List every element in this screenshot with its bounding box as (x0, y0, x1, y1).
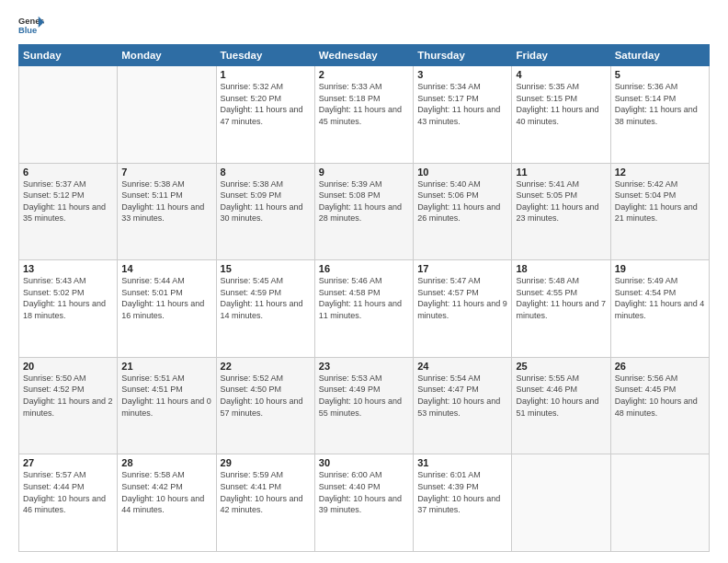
day-info: Sunrise: 5:35 AMSunset: 5:15 PMDaylight:… (516, 81, 606, 127)
day-info: Sunrise: 5:47 AMSunset: 4:57 PMDaylight:… (417, 275, 507, 321)
day-info: Sunrise: 5:32 AMSunset: 5:20 PMDaylight:… (221, 81, 311, 127)
day-cell: 20Sunrise: 5:50 AMSunset: 4:52 PMDayligh… (19, 357, 118, 454)
day-number: 23 (319, 361, 409, 372)
day-info: Sunrise: 5:59 AMSunset: 4:41 PMDaylight:… (221, 469, 311, 515)
day-number: 16 (319, 263, 409, 274)
day-number: 17 (417, 263, 507, 274)
day-cell: 13Sunrise: 5:43 AMSunset: 5:02 PMDayligh… (19, 260, 118, 358)
day-info: Sunrise: 5:54 AMSunset: 4:47 PMDaylight:… (417, 373, 507, 419)
week-row-4: 20Sunrise: 5:50 AMSunset: 4:52 PMDayligh… (19, 357, 710, 454)
day-cell: 24Sunrise: 5:54 AMSunset: 4:47 PMDayligh… (414, 357, 512, 454)
day-info: Sunrise: 5:50 AMSunset: 4:52 PMDaylight:… (23, 373, 113, 419)
day-info: Sunrise: 5:46 AMSunset: 4:58 PMDaylight:… (319, 275, 409, 321)
day-cell: 21Sunrise: 5:51 AMSunset: 4:51 PMDayligh… (118, 357, 216, 454)
day-cell: 29Sunrise: 5:59 AMSunset: 4:41 PMDayligh… (216, 454, 314, 552)
day-cell: 3Sunrise: 5:34 AMSunset: 5:17 PMDaylight… (414, 66, 512, 164)
day-info: Sunrise: 5:33 AMSunset: 5:18 PMDaylight:… (319, 81, 409, 127)
day-info: Sunrise: 5:45 AMSunset: 4:59 PMDaylight:… (221, 275, 311, 321)
calendar-page: General Blue SundayMondayTuesdayWednesda… (0, 0, 728, 563)
day-number: 26 (615, 361, 705, 372)
day-info: Sunrise: 5:55 AMSunset: 4:46 PMDaylight:… (516, 373, 606, 419)
header: General Blue (18, 15, 710, 35)
day-cell: 1Sunrise: 5:32 AMSunset: 5:20 PMDaylight… (216, 66, 314, 164)
day-info: Sunrise: 5:58 AMSunset: 4:42 PMDaylight:… (121, 469, 211, 515)
day-cell: 25Sunrise: 5:55 AMSunset: 4:46 PMDayligh… (512, 357, 610, 454)
day-cell: 23Sunrise: 5:53 AMSunset: 4:49 PMDayligh… (314, 357, 413, 454)
day-cell: 15Sunrise: 5:45 AMSunset: 4:59 PMDayligh… (216, 260, 314, 358)
day-cell: 18Sunrise: 5:48 AMSunset: 4:55 PMDayligh… (512, 260, 610, 358)
day-cell: 6Sunrise: 5:37 AMSunset: 5:12 PMDaylight… (19, 163, 118, 260)
day-info: Sunrise: 5:51 AMSunset: 4:51 PMDaylight:… (121, 373, 211, 419)
calendar-table: SundayMondayTuesdayWednesdayThursdayFrid… (18, 44, 710, 552)
day-info: Sunrise: 5:40 AMSunset: 5:06 PMDaylight:… (417, 178, 507, 224)
day-cell: 19Sunrise: 5:49 AMSunset: 4:54 PMDayligh… (610, 260, 709, 358)
day-number: 2 (319, 69, 409, 80)
day-cell: 9Sunrise: 5:39 AMSunset: 5:08 PMDaylight… (314, 163, 413, 260)
day-info: Sunrise: 5:43 AMSunset: 5:02 PMDaylight:… (23, 275, 113, 321)
day-number: 6 (23, 167, 113, 178)
week-row-1: 1Sunrise: 5:32 AMSunset: 5:20 PMDaylight… (19, 66, 710, 164)
day-number: 3 (417, 69, 507, 80)
day-number: 28 (121, 457, 211, 468)
day-info: Sunrise: 5:36 AMSunset: 5:14 PMDaylight:… (615, 81, 705, 127)
day-info: Sunrise: 5:38 AMSunset: 5:09 PMDaylight:… (221, 178, 311, 224)
day-info: Sunrise: 5:48 AMSunset: 4:55 PMDaylight:… (516, 275, 606, 321)
day-info: Sunrise: 6:01 AMSunset: 4:39 PMDaylight:… (417, 469, 507, 515)
col-header-friday: Friday (512, 45, 610, 66)
day-info: Sunrise: 5:49 AMSunset: 4:54 PMDaylight:… (615, 275, 705, 321)
week-row-2: 6Sunrise: 5:37 AMSunset: 5:12 PMDaylight… (19, 163, 710, 260)
day-info: Sunrise: 5:38 AMSunset: 5:11 PMDaylight:… (121, 178, 211, 224)
day-cell: 26Sunrise: 5:56 AMSunset: 4:45 PMDayligh… (610, 357, 709, 454)
day-cell: 14Sunrise: 5:44 AMSunset: 5:01 PMDayligh… (118, 260, 216, 358)
day-info: Sunrise: 5:57 AMSunset: 4:44 PMDaylight:… (23, 469, 113, 515)
day-cell: 31Sunrise: 6:01 AMSunset: 4:39 PMDayligh… (414, 454, 512, 552)
col-header-monday: Monday (118, 45, 216, 66)
day-number: 7 (121, 167, 211, 178)
day-number: 27 (23, 457, 113, 468)
day-cell: 4Sunrise: 5:35 AMSunset: 5:15 PMDaylight… (512, 66, 610, 164)
day-info: Sunrise: 5:37 AMSunset: 5:12 PMDaylight:… (23, 178, 113, 224)
day-cell: 30Sunrise: 6:00 AMSunset: 4:40 PMDayligh… (314, 454, 413, 552)
day-cell: 5Sunrise: 5:36 AMSunset: 5:14 PMDaylight… (610, 66, 709, 164)
col-header-thursday: Thursday (414, 45, 512, 66)
day-cell (19, 66, 118, 164)
day-info: Sunrise: 5:41 AMSunset: 5:05 PMDaylight:… (516, 178, 606, 224)
day-info: Sunrise: 5:44 AMSunset: 5:01 PMDaylight:… (121, 275, 211, 321)
week-row-5: 27Sunrise: 5:57 AMSunset: 4:44 PMDayligh… (19, 454, 710, 552)
day-number: 9 (319, 167, 409, 178)
day-info: Sunrise: 5:34 AMSunset: 5:17 PMDaylight:… (417, 81, 507, 127)
day-number: 14 (121, 263, 211, 274)
week-row-3: 13Sunrise: 5:43 AMSunset: 5:02 PMDayligh… (19, 260, 710, 358)
day-number: 19 (615, 263, 705, 274)
col-header-sunday: Sunday (19, 45, 118, 66)
day-number: 4 (516, 69, 606, 80)
day-number: 13 (23, 263, 113, 274)
day-number: 25 (516, 361, 606, 372)
day-cell: 8Sunrise: 5:38 AMSunset: 5:09 PMDaylight… (216, 163, 314, 260)
day-cell: 10Sunrise: 5:40 AMSunset: 5:06 PMDayligh… (414, 163, 512, 260)
day-number: 5 (615, 69, 705, 80)
day-cell: 28Sunrise: 5:58 AMSunset: 4:42 PMDayligh… (118, 454, 216, 552)
day-cell: 16Sunrise: 5:46 AMSunset: 4:58 PMDayligh… (314, 260, 413, 358)
day-cell: 22Sunrise: 5:52 AMSunset: 4:50 PMDayligh… (216, 357, 314, 454)
svg-text:Blue: Blue (18, 26, 37, 35)
day-number: 1 (221, 69, 311, 80)
logo-icon: General Blue (18, 15, 44, 35)
day-number: 8 (221, 167, 311, 178)
day-info: Sunrise: 5:53 AMSunset: 4:49 PMDaylight:… (319, 373, 409, 419)
day-number: 18 (516, 263, 606, 274)
day-cell (512, 454, 610, 552)
day-info: Sunrise: 5:42 AMSunset: 5:04 PMDaylight:… (615, 178, 705, 224)
day-info: Sunrise: 5:39 AMSunset: 5:08 PMDaylight:… (319, 178, 409, 224)
day-number: 30 (319, 457, 409, 468)
day-number: 11 (516, 167, 606, 178)
day-cell: 11Sunrise: 5:41 AMSunset: 5:05 PMDayligh… (512, 163, 610, 260)
day-number: 15 (221, 263, 311, 274)
day-cell (610, 454, 709, 552)
day-number: 24 (417, 361, 507, 372)
logo: General Blue (18, 15, 44, 35)
col-header-wednesday: Wednesday (314, 45, 413, 66)
day-number: 29 (221, 457, 311, 468)
day-info: Sunrise: 6:00 AMSunset: 4:40 PMDaylight:… (319, 469, 409, 515)
col-header-saturday: Saturday (610, 45, 709, 66)
